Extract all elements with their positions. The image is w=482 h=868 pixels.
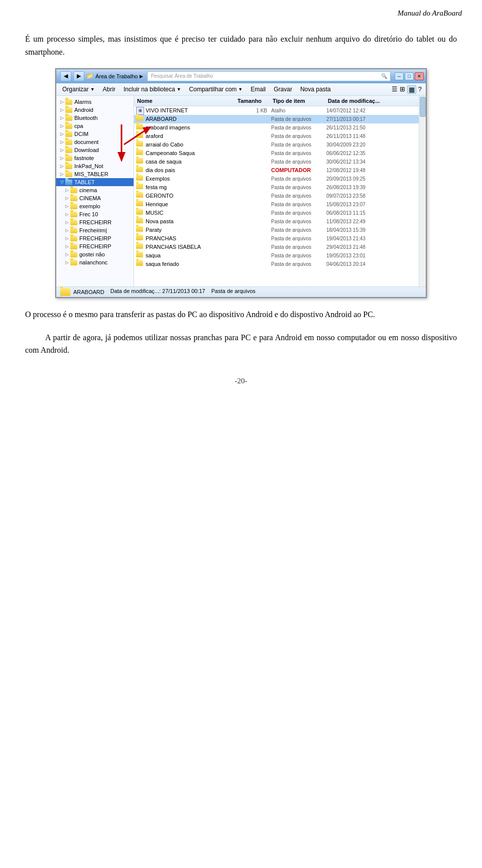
file-date-casasaqua: 30/06/2012 13:34	[326, 159, 392, 165]
sidebar-item-nalanchon[interactable]: ▷ nalanchonc	[56, 258, 134, 266]
win-sidebar: ▷ Alarms ▷ Android ▷ Bluetooth ▷	[56, 96, 134, 286]
file-row-music[interactable]: MUSIC Pasta de arquivos 06/08/2013 11:15	[134, 209, 419, 217]
sidebar-label-bluetooth: Bluetooth	[74, 115, 97, 121]
file-row-geronto[interactable]: GERONTO Pasta de arquivos 09/07/2013 23:…	[134, 192, 419, 200]
win-close-btn[interactable]: ✕	[415, 72, 424, 80]
win-address-area: Pesquisar Área de Trabalho 🔍	[147, 71, 391, 81]
view-detail-btn[interactable]: ▦	[407, 85, 416, 94]
file-type-vivo: Atalho	[271, 108, 326, 113]
win-statusbar: ARABOARD Data de modificaç...: 27/11/201…	[56, 286, 426, 297]
file-row-saqua[interactable]: saqua Pasta de arquivos 19/05/2013 23:01	[134, 251, 419, 260]
sidebar-item-cpa[interactable]: ▷ cpa	[56, 122, 134, 130]
statusbar-folder-icon: ARABOARD	[60, 288, 104, 296]
view-list-btn[interactable]: ☰	[392, 85, 398, 94]
page-number: -20-	[25, 377, 457, 385]
sidebar-label-tablet: TABLET	[74, 179, 95, 185]
sidebar-item-frecheiriml[interactable]: ▷ Frecheirim|	[56, 226, 134, 234]
sidebar-item-frecheirp[interactable]: ▷ FRECHEIRR	[56, 218, 134, 226]
arrow-icon: ▷	[65, 252, 69, 257]
file-row-festamg[interactable]: festa mg Pasta de arquivos 26/08/2013 19…	[134, 183, 419, 192]
sidebar-item-android[interactable]: ▷ Android	[56, 106, 134, 114]
toolbar-newfolder-btn[interactable]: Nova pasta	[298, 85, 333, 94]
toolbar-share-btn[interactable]: Compartilhar com ▼	[187, 85, 245, 94]
win-title-text: Área de Trabalho	[95, 73, 138, 79]
file-date-diadospais: 12/08/2012 19:48	[326, 168, 392, 173]
sidebar-item-tablet[interactable]: ▽ TABLET	[56, 178, 134, 186]
help-btn[interactable]: ?	[418, 85, 422, 94]
file-row-diadospais[interactable]: dia dos pais COMPUTADOR 12/08/2012 19:48	[134, 166, 419, 175]
file-date-araboard: 27/11/2013 00:17	[326, 116, 392, 122]
folder-icon	[65, 172, 72, 177]
file-name-araford: araford	[146, 133, 236, 139]
folder-icon	[70, 212, 77, 217]
computador-label: COMPUTADOR	[271, 167, 311, 173]
sidebar-item-mistablet[interactable]: ▷ MIS_TABLER	[56, 170, 134, 178]
statusbar-info2: Pasta de arquivos	[211, 288, 256, 296]
file-type-festamg: Pasta de arquivos	[271, 185, 326, 190]
file-row-arraial[interactable]: arraial do Cabo Pasta de arquivos 30/04/…	[134, 140, 419, 149]
win-maximize-btn[interactable]: □	[405, 72, 414, 80]
toolbar-open-btn[interactable]: Abrir	[101, 85, 117, 94]
sidebar-item-frecheirn1[interactable]: ▷ FRECHEIRP	[56, 234, 134, 242]
sidebar-label-dcim: DCIM	[74, 131, 88, 137]
arrow-icon: ▷	[65, 220, 69, 225]
file-name-novapasta: Nova pasta	[146, 218, 236, 224]
file-row-casasaqua[interactable]: casa de saqua Pasta de arquivos 30/06/20…	[134, 158, 419, 166]
file-name-saqua: saqua	[146, 252, 236, 258]
file-row-henrique[interactable]: Henrique Pasta de arquivos 15/08/2013 23…	[134, 200, 419, 209]
sidebar-item-bluetooth[interactable]: ▷ Bluetooth	[56, 114, 134, 122]
sidebar-item-document[interactable]: ▷ document	[56, 138, 134, 146]
arrow-icon: ▷	[60, 107, 64, 112]
sidebar-item-frec10[interactable]: ▷ Frec 10	[56, 210, 134, 218]
sidebar-item-cinema-lower[interactable]: ▷ cinema	[56, 186, 134, 194]
sidebar-item-exemplo[interactable]: ▷ exemplo	[56, 202, 134, 210]
file-row-vivo[interactable]: ⊞ VIVO INTERNET 1 KB Atalho 14/07/2012 1…	[134, 106, 419, 115]
sidebar-item-alarms[interactable]: ▷ Alarms	[56, 98, 134, 106]
sidebar-item-gosteinao[interactable]: ▷ gostei não	[56, 250, 134, 258]
sidebar-item-fastnote[interactable]: ▷ fastnote	[56, 154, 134, 162]
file-row-araboard[interactable]: ARABOARD Pasta de arquivos 27/11/2013 00…	[134, 115, 419, 123]
scrollbar-thumb[interactable]	[420, 97, 426, 117]
win-forward-btn[interactable]: ▶	[73, 71, 84, 81]
win-search-box[interactable]: Pesquisar Área de Trabalho 🔍	[147, 71, 391, 81]
file-row-pranchas[interactable]: PRANCHAS Pasta de arquivos 19/04/2013 21…	[134, 234, 419, 243]
arrow-icon: ▷	[65, 260, 69, 265]
sidebar-item-inkpad[interactable]: ▷ InkPad_Not	[56, 162, 134, 170]
folder-icon	[65, 148, 72, 153]
file-row-campeonato[interactable]: Campeonato Saqua Pasta de arquivos 06/06…	[134, 149, 419, 158]
file-row-araboard-img[interactable]: araboard imagens Pasta de arquivos 26/11…	[134, 123, 419, 132]
file-row-paraty[interactable]: Paraty Pasta de arquivos 18/04/2013 15:3…	[134, 226, 419, 234]
toolbar-email-btn[interactable]: Email	[249, 85, 268, 94]
arrow-icon: ▷	[60, 172, 64, 177]
file-row-novapasta[interactable]: Nova pasta Pasta de arquivos 11/08/2013 …	[134, 217, 419, 226]
file-name-geronto: GERONTO	[146, 193, 236, 199]
sidebar-item-cinema-upper[interactable]: ▷ CINEMA	[56, 194, 134, 202]
toolbar-burn-btn[interactable]: Gravar	[272, 85, 294, 94]
file-row-pranchas-isabela[interactable]: PRANCHAS ISABELA Pasta de arquivos 29/04…	[134, 243, 419, 251]
col-header-size[interactable]: Tamanho	[234, 97, 270, 105]
file-row-araford[interactable]: araford Pasta de arquivos 26/11/2013 11:…	[134, 132, 419, 140]
view-icon-btn[interactable]: ⊞	[400, 85, 405, 94]
file-date-saqua: 19/05/2013 23:01	[326, 253, 392, 258]
col-header-type[interactable]: Tipo de item	[270, 97, 325, 105]
win-back-btn[interactable]: ◀	[60, 71, 71, 81]
file-row-exemplos[interactable]: Exemplos Pasta de arquivos 20/09/2013 09…	[134, 175, 419, 183]
file-row-saqua-feriado[interactable]: saqua feriado Pasta de arquivos 04/06/20…	[134, 260, 419, 268]
file-date-festamg: 26/08/2013 19:39	[326, 185, 392, 190]
arrow-icon: ▷	[65, 204, 69, 209]
folder-icon-status	[60, 288, 70, 296]
col-header-date[interactable]: Data de modificaç...	[325, 97, 390, 105]
file-date-paraty: 18/04/2013 15:39	[326, 227, 392, 233]
scrollbar[interactable]	[419, 96, 426, 286]
toolbar-organize-btn[interactable]: Organizar ▼	[60, 85, 97, 94]
col-header-name[interactable]: Nome	[134, 97, 234, 105]
sidebar-item-download[interactable]: ▷ Download	[56, 146, 134, 154]
file-name-music: MUSIC	[146, 210, 236, 216]
sidebar-item-frecheirn2[interactable]: ▷ FRECHEIRP	[56, 242, 134, 250]
toolbar-include-btn[interactable]: Incluir na biblioteca ▼	[122, 85, 183, 94]
sidebar-label-frecheirp: FRECHEIRR	[79, 219, 111, 225]
arrow-icon: ▷	[65, 196, 69, 201]
win-minimize-btn[interactable]: ─	[395, 72, 404, 80]
sidebar-item-dcim[interactable]: ▷ DCIM	[56, 130, 134, 138]
arrow-icon: ▷	[65, 236, 69, 241]
